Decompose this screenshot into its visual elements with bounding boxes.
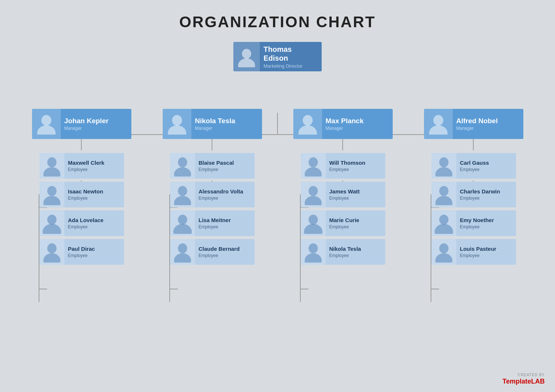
employee-card[interactable]: Claude Bernard Employee <box>170 239 255 265</box>
avatar <box>431 182 456 207</box>
watermark: CREATED BY TemplateLAB <box>502 373 545 385</box>
emp-name: Maxwell Clerk <box>68 160 105 166</box>
svg-point-59 <box>308 157 318 167</box>
col-1: Johan Kepler Manager Maxwell Clerk <box>16 109 147 265</box>
svg-point-69 <box>439 157 448 167</box>
emp-name: Nikola Tesla <box>329 246 361 252</box>
svg-point-66 <box>304 253 321 263</box>
manager-card-0[interactable]: Johan Kepler Manager <box>32 109 131 139</box>
avatar <box>39 210 64 236</box>
employee-card[interactable]: Alessandro Volta Employee <box>170 182 255 207</box>
svg-point-45 <box>47 243 56 253</box>
avatar <box>301 182 326 207</box>
svg-point-60 <box>304 167 321 177</box>
avatar <box>431 210 456 236</box>
emp-name: Emy Noether <box>460 217 494 224</box>
emp-name: Paul Dirac <box>68 246 95 252</box>
svg-point-44 <box>42 224 61 234</box>
employee-card[interactable]: Blaise Pascal Employee <box>170 153 255 179</box>
avatar <box>170 182 195 207</box>
avatar <box>301 153 326 179</box>
manager-role-3: Manager <box>456 126 498 131</box>
svg-point-67 <box>433 115 443 126</box>
emp-role: Employee <box>329 253 361 258</box>
avatar <box>39 153 64 179</box>
svg-point-61 <box>308 186 318 196</box>
svg-point-70 <box>435 167 452 177</box>
emp-name: Charles Darwin <box>460 188 500 195</box>
svg-point-54 <box>173 224 191 234</box>
employee-card[interactable]: Ada Lovelace Employee <box>39 210 124 236</box>
avatar <box>39 182 64 207</box>
emp-role: Employee <box>329 196 360 201</box>
svg-point-51 <box>178 186 187 196</box>
manager-role-2: Manager <box>326 126 364 131</box>
svg-point-71 <box>439 186 448 196</box>
svg-point-35 <box>242 49 251 59</box>
svg-point-56 <box>174 253 191 263</box>
emp-name: Isaac Newton <box>68 188 103 195</box>
manager-role-0: Manager <box>64 126 109 131</box>
manager-name-2: Max Planck <box>326 117 364 125</box>
emp-name: Will Thomson <box>329 160 365 166</box>
svg-point-46 <box>43 253 60 263</box>
svg-point-53 <box>178 215 187 225</box>
watermark-created: CREATED BY <box>518 373 545 377</box>
manager-name-1: Nikola Tesla <box>195 117 235 125</box>
emp-role: Employee <box>199 167 234 172</box>
employee-card[interactable]: Marie Curie Employee <box>301 210 385 236</box>
avatar <box>170 153 195 179</box>
person-icon <box>166 113 188 135</box>
manager-card-2[interactable]: Max Planck Manager <box>293 109 393 139</box>
top-card[interactable]: Thomas Edison Marketing Director <box>233 42 322 71</box>
svg-point-42 <box>43 196 60 205</box>
employee-card[interactable]: Louis Pasteur Employee <box>431 239 516 265</box>
avatar <box>233 42 260 71</box>
employee-card[interactable]: Isaac Newton Employee <box>39 182 124 207</box>
col-2: Nikola Tesla Manager Blaise Pascal <box>147 109 278 265</box>
svg-point-73 <box>439 215 448 225</box>
page-title: ORGANIZATION CHART <box>0 0 555 38</box>
svg-point-47 <box>172 115 182 126</box>
manager-name-3: Alfred Nobel <box>456 117 498 125</box>
employee-card[interactable]: Lisa Meitner Employee <box>170 210 255 236</box>
svg-point-76 <box>435 253 452 263</box>
emp-name: James Watt <box>329 188 360 195</box>
avatar <box>163 109 191 139</box>
svg-point-40 <box>43 167 60 177</box>
manager-card-3[interactable]: Alfred Nobel Manager <box>424 109 523 139</box>
avatar <box>431 153 456 179</box>
manager-name-0: Johan Kepler <box>64 117 109 125</box>
svg-point-72 <box>435 196 452 205</box>
svg-point-48 <box>167 125 186 135</box>
col-4: Alfred Nobel Manager Carl Gauss <box>408 109 539 265</box>
emp-name: Marie Curie <box>329 217 360 224</box>
employee-card[interactable]: Will Thomson Employee <box>301 153 385 179</box>
svg-point-57 <box>303 115 312 126</box>
avatar <box>170 239 195 265</box>
svg-point-36 <box>238 58 255 67</box>
svg-point-43 <box>47 215 56 225</box>
org-chart: Thomas Edison Marketing Director Johan K… <box>0 42 555 265</box>
person-icon <box>41 184 63 205</box>
emp-name: Claude Bernard <box>199 246 240 252</box>
employee-card[interactable]: Emy Noether Employee <box>431 210 516 236</box>
emp-name: Ada Lovelace <box>68 217 104 224</box>
employee-card[interactable]: James Watt Employee <box>301 182 385 207</box>
watermark-brand: TemplateLAB <box>502 378 545 385</box>
employee-card[interactable]: Charles Darwin Employee <box>431 182 516 207</box>
svg-point-74 <box>434 224 453 234</box>
avatar <box>424 109 453 139</box>
employee-card[interactable]: Carl Gauss Employee <box>431 153 516 179</box>
employee-card[interactable]: Nikola Tesla Employee <box>301 239 385 265</box>
emp-role: Employee <box>329 167 365 172</box>
svg-point-75 <box>439 243 448 253</box>
person-icon <box>36 113 57 135</box>
employee-card[interactable]: Paul Dirac Employee <box>39 239 124 265</box>
top-role: Marketing Director <box>264 63 318 69</box>
emp-name: Louis Pasteur <box>460 246 496 252</box>
manager-card-1[interactable]: Nikola Tesla Manager <box>163 109 262 139</box>
employee-card[interactable]: Maxwell Clerk Employee <box>39 153 124 179</box>
emp-role: Employee <box>329 224 360 229</box>
col-3: Max Planck Manager Will Thomson <box>278 109 408 265</box>
